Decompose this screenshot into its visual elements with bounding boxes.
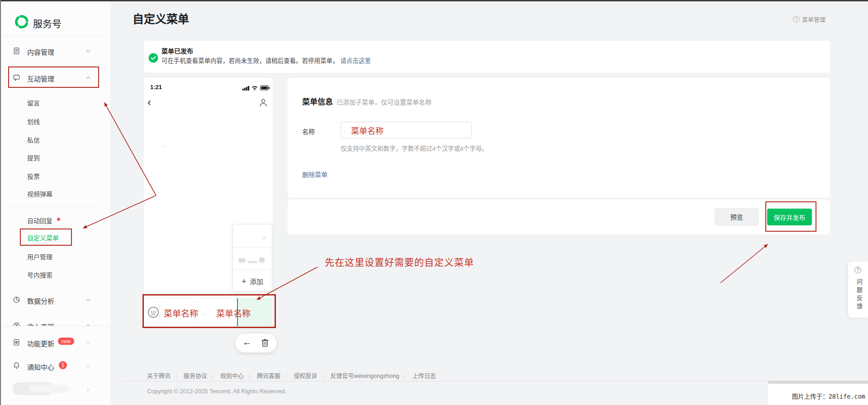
phone-preview: 1:21 ‹ + 添加 <box>144 78 273 327</box>
sidebar-item-account-search[interactable]: 号内搜索 <box>27 270 52 279</box>
question-icon: ? <box>854 267 861 273</box>
name-field-hint: 仅支持中英文和数字，字数不超过4个汉字或8个字母。 <box>341 143 488 152</box>
question-icon: ? <box>793 16 800 23</box>
annotation-box-interact-mgmt <box>8 67 99 88</box>
annotation-box-custom-menu <box>20 229 72 246</box>
pie-chart-icon <box>13 296 20 304</box>
sidebar: 服务号 内容管理 互动管理 留言 划线 私信 提到 投票 视频弹幕 自动回复 自… <box>1 1 110 405</box>
separator: | <box>322 372 323 379</box>
delete-menu-link[interactable]: 删除菜单 <box>302 170 327 179</box>
sidebar-item-private-msg[interactable]: 私信 <box>27 135 40 144</box>
footer-link-complaint[interactable]: 侵权投诉 <box>294 372 317 379</box>
popup-notch <box>161 142 167 148</box>
separator: | <box>249 372 250 379</box>
app-title: 服务号 <box>33 16 62 30</box>
form-footer-bar: 预览 保存并发布 <box>288 200 830 234</box>
signal-icon <box>246 87 247 91</box>
separator: | <box>212 372 213 379</box>
chevron-right-icon: › <box>87 338 89 346</box>
footer-link-about[interactable]: 关于腾讯 <box>147 372 171 379</box>
profile-icon[interactable] <box>258 98 268 108</box>
sidebar-item-label: 数据分析 <box>27 296 54 305</box>
menu-name-input[interactable] <box>341 122 472 138</box>
feedback-label: 问题反馈 <box>855 279 863 311</box>
unread-dot <box>57 218 60 221</box>
new-badge: new <box>58 338 74 345</box>
submenu-item-censored[interactable] <box>233 247 272 270</box>
footer-link-rules[interactable]: 规则中心 <box>220 372 244 379</box>
sidebar-item-underline[interactable]: 划线 <box>27 117 40 126</box>
divider <box>121 381 836 381</box>
sidebar-item-content-mgmt[interactable]: 内容管理 <box>1 45 105 57</box>
notification-count-badge: 1 <box>59 361 67 369</box>
sidebar-item-auto-reply[interactable]: 自动回复 <box>27 216 52 225</box>
section-subtitle: 已添加子菜单，仅可设置菜单名称 <box>337 97 432 106</box>
sidebar-item-label: 内容管理 <box>27 47 54 57</box>
sidebar-item-label: 功能更新 <box>27 338 54 348</box>
input-cursor-mark: · <box>344 129 346 135</box>
document-icon <box>13 47 20 55</box>
divider <box>1 36 105 36</box>
signal-icon <box>242 89 244 91</box>
submenu-popup: + 添加 <box>232 224 272 292</box>
sidebar-item-user-mgmt[interactable]: 用户管理 <box>27 252 52 261</box>
sidebar-item-votes[interactable]: 投票 <box>27 172 40 181</box>
back-chevron-icon[interactable]: ‹ <box>147 96 151 109</box>
submenu-item-censored[interactable] <box>233 224 272 247</box>
page-title: 自定义菜单 <box>133 10 189 26</box>
divider <box>8 206 103 206</box>
help-label: 菜单管理 <box>802 15 825 24</box>
footer-link-upload-log[interactable]: 上传日志 <box>413 372 436 379</box>
sidebar-item-video-danmu[interactable]: 视频弹幕 <box>27 189 52 198</box>
sidebar-item-feature-updates[interactable]: 功能更新 new › <box>1 336 105 349</box>
banner-title: 菜单已发布 <box>161 46 193 55</box>
sidebar-item-label: 通知中心 <box>27 362 54 372</box>
submenu-add-button[interactable]: + 添加 <box>233 270 272 292</box>
watermark-text: 图片上传于：28life.com <box>792 391 865 400</box>
chevron-right-icon: › <box>87 362 89 370</box>
add-label: 添加 <box>250 276 263 286</box>
footer-links: 关于腾讯| 服务协议| 规则中心| 腾讯客服| 侵权投诉| 反馈官号weixin… <box>147 371 436 380</box>
annotation-box-save-button <box>765 201 816 232</box>
disable-menu-link[interactable]: 请点击这里 <box>340 57 371 64</box>
undo-arrow-icon[interactable]: ← <box>242 337 252 348</box>
bell-icon <box>13 362 20 370</box>
published-banner: 菜单已发布 可在手机查看菜单内容，若尚未生效，请稍后查看。若停用菜单， 请点击这… <box>144 41 830 73</box>
signal-icon <box>244 88 246 91</box>
copyright: Copyright © 2012-2025 Tencent. All Right… <box>147 388 286 395</box>
battery-icon <box>260 86 270 91</box>
footer-link-support[interactable]: 腾讯客服 <box>257 372 280 379</box>
name-field-label: 名称 <box>302 127 315 136</box>
trash-icon[interactable] <box>261 338 270 348</box>
censored-account-blob <box>29 385 69 393</box>
plus-icon: + <box>242 276 247 286</box>
preview-button[interactable]: 预览 <box>715 208 759 225</box>
menu-management-help[interactable]: ? 菜单管理 <box>793 15 825 24</box>
chevron-right-icon[interactable]: › <box>87 385 89 393</box>
sidebar-item-mentions[interactable]: 提到 <box>27 153 40 162</box>
feedback-tab[interactable]: ? 问题反馈 <box>848 262 868 318</box>
success-check-icon <box>148 53 158 63</box>
sidebar-item-notification-center[interactable]: 通知中心 1 › <box>1 360 105 372</box>
annotation-tip-text: 先在这里设置好需要的自定义菜单 <box>325 255 474 268</box>
wifi-icon <box>251 86 258 91</box>
chevron-down-icon <box>85 298 91 302</box>
chevron-down-icon <box>85 49 91 53</box>
footer-link-agreement[interactable]: 服务协议 <box>184 372 207 379</box>
banner-text: 可在手机查看菜单内容，若尚未生效，请稍后查看。若停用菜单， <box>161 57 339 64</box>
menu-edit-toolbar: ← <box>235 334 277 353</box>
footer-link-feedback[interactable]: 反馈官号weixingongzhong <box>330 372 399 379</box>
banner-body: 可在手机查看菜单内容，若尚未生效，请稍后查看。若停用菜单， 请点击这里 <box>161 56 371 65</box>
separator: | <box>175 372 177 379</box>
menu-info-panel: 菜单信息 已添加子菜单，仅可设置菜单名称 名称 · 仅支持中英文和数字，字数不超… <box>288 78 830 198</box>
signal-icon <box>248 86 249 91</box>
sidebar-item-data-analysis[interactable]: 数据分析 <box>1 294 105 306</box>
separator: | <box>285 372 287 379</box>
sidebar-item-comments[interactable]: 留言 <box>27 98 40 107</box>
annotation-box-menu-bar <box>142 294 276 328</box>
book-star-icon <box>13 338 20 346</box>
window-top-edge <box>0 0 868 1</box>
watermark-box: 图片上传于：28life.com <box>768 381 868 405</box>
app-logo-icon <box>14 14 29 29</box>
section-title: 菜单信息 <box>302 95 333 107</box>
